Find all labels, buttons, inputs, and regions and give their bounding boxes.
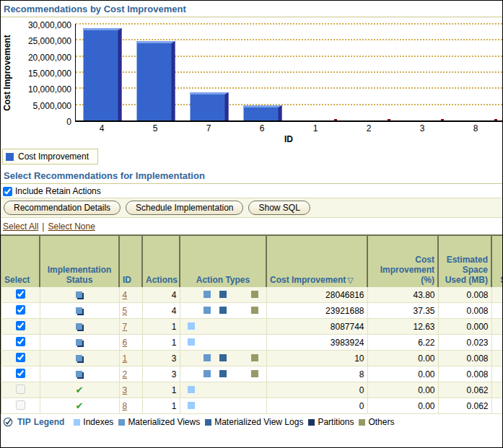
- page-title: Recommendations by Cost Improvement: [1, 1, 502, 16]
- action-type-slot: [215, 401, 231, 411]
- estimated-space-cell: 0.008: [438, 303, 491, 319]
- row-select-checkbox[interactable]: [16, 353, 25, 362]
- action-type-slot: [247, 401, 263, 411]
- column-header-cost-improvement[interactable]: Cost Improvement▽: [266, 235, 367, 287]
- action-type-slot: [231, 385, 247, 395]
- column-header-affected-sql-statements: Affected SQL Statements: [491, 235, 503, 287]
- implementation-status-cell: [40, 351, 119, 366]
- action-type-slot: [247, 353, 263, 364]
- select-none-link[interactable]: Select None: [48, 221, 95, 232]
- sort-descending-icon: ▽: [347, 276, 353, 284]
- row-select-checkbox[interactable]: [16, 321, 25, 330]
- recommendation-details-button[interactable]: Recommendation Details: [4, 201, 121, 215]
- id-cell: 7: [119, 319, 142, 335]
- materialized-views-icon: [204, 291, 211, 298]
- indexes-icon: [188, 402, 195, 409]
- near-zero-bar-id-2: [388, 119, 390, 120]
- chart-category-5: [129, 24, 183, 120]
- recommendation-id-link[interactable]: 8: [123, 401, 128, 411]
- x-tick-label: 4: [75, 122, 128, 134]
- recommendation-id-link[interactable]: 1: [123, 353, 128, 364]
- affected-sql-cell: 1: [491, 319, 503, 335]
- materialized-view-logs-icon: [219, 370, 227, 377]
- materialized-view-logs-icon: [219, 307, 227, 314]
- recommendation-id-link[interactable]: 3: [123, 385, 128, 395]
- action-type-slots: [183, 353, 263, 364]
- row-select-checkbox: [16, 385, 25, 394]
- action-type-slot: [231, 290, 247, 300]
- include-retain-checkbox[interactable]: [3, 187, 12, 196]
- affected-sql-cell: 1: [491, 382, 503, 398]
- action-type-slot: [183, 401, 199, 411]
- action-type-slot: [247, 322, 263, 332]
- show-sql-button[interactable]: Show SQL: [248, 201, 310, 215]
- row-select-checkbox[interactable]: [16, 289, 25, 299]
- recommendation-id-link[interactable]: 7: [123, 322, 128, 332]
- cost-improvement-cell: 3983924: [266, 335, 367, 351]
- cost-improvement-cell: 28046816: [266, 287, 367, 303]
- chart-legend-row: Cost Improvement: [1, 146, 502, 164]
- action-type-slot: [183, 338, 199, 348]
- y-tick-label: 0: [66, 117, 71, 127]
- legend-swatch-icon: [6, 153, 14, 161]
- action-type-slot: [215, 290, 231, 300]
- row-select-checkbox[interactable]: [16, 305, 25, 315]
- tip-item-label: Materialized Views: [128, 417, 200, 427]
- action-type-slot: [199, 338, 215, 348]
- action-type-slot: [199, 369, 215, 379]
- action-type-slot: [231, 369, 247, 379]
- estimated-space-cell: 0.008: [438, 351, 491, 366]
- action-type-slot: [183, 306, 199, 316]
- column-header-cost-improvement-: Cost Improvement (%): [367, 235, 438, 287]
- table-row: 13100.000.0083: [1, 351, 503, 366]
- chart-category-4: [76, 24, 129, 120]
- not-implemented-icon: [76, 355, 82, 361]
- select-cell: [1, 382, 40, 398]
- action-types-cell: [180, 287, 266, 303]
- others-icon: [251, 291, 258, 298]
- indexes-swatch-icon: [74, 419, 80, 426]
- not-implemented-icon: [76, 291, 82, 298]
- indexes-icon: [188, 386, 195, 393]
- affected-sql-cell: 2: [491, 366, 503, 382]
- bar-id-4: [83, 28, 121, 120]
- actions-cell: 3: [142, 366, 180, 382]
- recommendation-id-link[interactable]: 2: [123, 369, 128, 379]
- action-type-slot: [199, 290, 215, 300]
- column-header-id: ID: [119, 235, 142, 287]
- table-row: ✔3100.000.0621: [1, 382, 503, 398]
- chart-category-2: [342, 24, 395, 120]
- tip-item-partitions: Partitions: [308, 417, 354, 427]
- materialized-view-logs-icon: [219, 291, 227, 298]
- recommendation-id-link[interactable]: 5: [123, 306, 128, 316]
- implemented-check-icon: ✔: [76, 385, 84, 395]
- recommendation-id-link[interactable]: 4: [123, 290, 128, 300]
- not-implemented-icon: [76, 323, 82, 330]
- action-type-slot: [183, 290, 199, 300]
- include-retain-label: Include Retain Actions: [15, 186, 101, 196]
- y-tick-label: 30,000,000: [28, 20, 71, 30]
- recommendation-id-link[interactable]: 6: [123, 338, 128, 348]
- row-select-checkbox[interactable]: [16, 337, 25, 346]
- cost-improvement-pct-cell: 0.00: [367, 366, 438, 382]
- id-cell: 8: [119, 398, 142, 414]
- action-type-slot: [199, 353, 215, 364]
- chart-category-3: [395, 24, 449, 120]
- page: Recommendations by Cost Improvement Cost…: [0, 0, 503, 448]
- tip-item-materialized-views: Materialized Views: [118, 417, 200, 427]
- schedule-implementation-button[interactable]: Schedule Implementation: [126, 201, 243, 215]
- estimated-space-cell: 0.008: [438, 366, 491, 382]
- column-header-estimated-space-used-mb-: Estimated Space Used (MB): [438, 235, 491, 287]
- materialized-views-icon: [204, 354, 211, 361]
- estimated-space-cell: 0.008: [438, 287, 491, 303]
- action-types-cell: [180, 398, 266, 414]
- table-row: 71808774412.630.0001: [1, 319, 503, 335]
- action-type-slot: [215, 369, 231, 379]
- row-select-checkbox[interactable]: [16, 369, 25, 378]
- cost-improvement-cell: 0: [266, 382, 367, 398]
- materialized-view-logs-swatch-icon: [205, 419, 211, 426]
- action-types-cell: [180, 319, 266, 335]
- select-cell: [1, 398, 40, 414]
- select-all-link[interactable]: Select All: [3, 221, 38, 232]
- table-row: 542392168837.350.0081: [1, 303, 503, 319]
